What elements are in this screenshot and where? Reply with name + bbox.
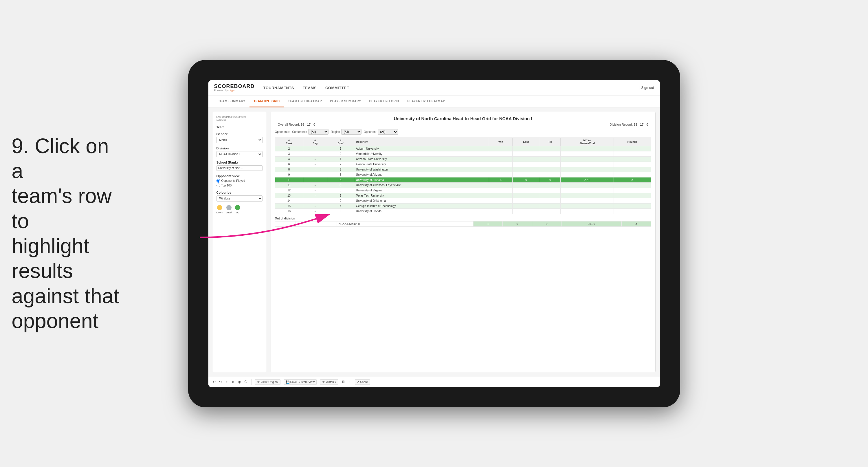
cell-win [489,162,513,167]
table-row[interactable]: 15-4Georgia Institute of Technology [275,203,651,208]
cell-loss: 0 [513,177,540,182]
division-select[interactable]: NCAA Division I [216,151,262,157]
record-icon[interactable]: ◉ [238,380,241,384]
radio-opponents-label: Opponents Played [221,179,245,182]
conf-select[interactable]: (All) [308,129,329,135]
cell-rank: 8 [275,167,303,172]
logo-text: SCOREBOARD [214,84,255,89]
radio-opponents-input[interactable] [216,179,220,183]
cell-win: 3 [489,177,513,182]
cell-rounds [614,151,651,156]
table-row[interactable]: 6-2Florida State University [275,162,651,167]
table-row[interactable]: 16-3University of Florida [275,208,651,214]
tab-player-h2h-grid[interactable]: PLAYER H2H GRID [365,96,403,108]
conference-filter: Conference (All) [292,129,329,135]
tab-player-summary[interactable]: PLAYER SUMMARY [326,96,365,108]
nav-tournaments[interactable]: TOURNAMENTS [264,85,294,91]
cell-tie: 0 [540,177,561,182]
logo-area: SCOREBOARD Powered by clippi [214,84,255,92]
col-conf: #Conf [327,138,354,146]
nav-committee[interactable]: COMMITTEE [325,85,349,91]
radio-top100[interactable]: Top 100 [216,183,262,187]
radio-opponents-played[interactable]: Opponents Played [216,179,262,183]
table-row[interactable]: 11-6University of Arkansas, Fayetteville [275,182,651,187]
col-rounds: Rounds [614,138,651,146]
toolbar-icon-2[interactable]: 🖥 [342,380,345,384]
cell-conf: 6 [327,182,354,187]
table-row[interactable]: 4-1Arizona State University [275,156,651,162]
region-select[interactable]: (All) [341,129,362,135]
annotation-line2: team's row to [11,184,112,232]
cell-tie [540,146,561,151]
tab-team-h2h-grid[interactable]: TEAM H2H GRID [249,96,284,108]
back-icon[interactable]: ↩ [225,380,228,384]
cell-rounds: 3 [621,221,651,226]
tab-team-summary[interactable]: TEAM SUMMARY [214,96,249,108]
record-row: Overall Record: 89 - 17 - 0 Division Rec… [275,123,651,126]
timer-icon[interactable]: ⏱ [244,380,248,384]
school-input[interactable] [216,165,262,171]
last-updated: Last Updated: 27/03/2024 16:55:38 [216,116,262,121]
col-opponent: Opponent [354,138,489,146]
cell-diff [561,151,614,156]
table-row[interactable]: 8-2University of Washington [275,167,651,172]
opponent-filter: Opponent (All) [364,129,398,135]
bottom-toolbar: ↩ ↪ ↩ ⧉ ◉ ⏱ 👁 View: Original 💾 Save Cust… [208,377,660,387]
save-custom-view-btn[interactable]: 💾 Save Custom View [284,379,317,385]
annotation-line3: highlight results [11,235,89,283]
cell-conf: 3 [327,187,354,193]
sign-out-link[interactable]: Sign out [641,86,654,90]
cell-tie [540,193,561,198]
cell-rounds [614,167,651,172]
cell-diff [561,182,614,187]
cell-loss [513,151,540,156]
opp-select[interactable]: (All) [378,129,398,135]
nav-teams[interactable]: TEAMS [303,85,317,91]
tab-team-h2h-heatmap[interactable]: TEAM H2H HEATMAP [284,96,326,108]
out-division-row[interactable]: NCAA Division II10026.003 [275,221,651,226]
filter-row: Opponents: Conference (All) Region (All) [275,129,651,135]
school-section: School (Rank) [216,161,262,171]
opponent-view-section: Opponent View Opponents Played Top 100 [216,174,262,187]
toolbar-icon-3[interactable]: ⊞ [348,380,351,384]
col-win: Win [489,138,513,146]
cell-reg: - [303,208,327,214]
table-row[interactable]: 13-1Texas Tech University [275,193,651,198]
watch-btn[interactable]: 👁 Watch ▾ [320,379,338,385]
gender-select[interactable]: Men's Women's [216,137,262,143]
gender-section: Gender Men's Women's [216,132,262,143]
copy-icon[interactable]: ⧉ [232,380,235,384]
cell-loss [513,198,540,203]
radio-top100-input[interactable] [216,183,220,187]
cell-conf: 1 [327,193,354,198]
colour-by-select[interactable]: Win/loss [216,196,262,202]
table-row[interactable]: 12-3University of Virginia [275,187,651,193]
overall-record: Overall Record: 89 - 17 - 0 [278,123,315,126]
cell-tie [540,151,561,156]
view-original-btn[interactable]: 👁 View: Original [255,379,280,385]
annotation-area: 9. Click on a team's row to highlight re… [11,134,122,333]
cell-opponent: University of Oklahoma [354,198,489,203]
cell-opponent: University of Virginia [354,187,489,193]
cell-tie [540,162,561,167]
cell-loss [513,172,540,177]
share-btn[interactable]: ↗ Share [355,379,370,385]
table-row[interactable]: 14-2University of Oklahoma [275,198,651,203]
col-rank: #Rank [275,138,303,146]
table-scroll[interactable]: #Rank #Reg #Conf Opponent Win Loss Tie D… [275,138,651,368]
redo-icon[interactable]: ↪ [219,380,222,384]
table-row[interactable]: 3-2Vanderbilt University [275,151,651,156]
overall-record-value: 89 - 17 - 0 [301,123,315,126]
cell-reg: - [303,203,327,208]
tab-player-h2h-heatmap[interactable]: PLAYER H2H HEATMAP [403,96,449,108]
table-row[interactable]: 9-3University of Arizona [275,172,651,177]
undo-icon[interactable]: ↩ [213,380,216,384]
cell-win [489,203,513,208]
table-row[interactable]: 11-5University of Alabama3002.618 [275,177,651,182]
cell-tie [540,187,561,193]
table-row[interactable]: 2-1Auburn University [275,146,651,151]
cell-win [489,187,513,193]
cell-win [489,198,513,203]
radio-top100-label: Top 100 [221,184,232,187]
cell-rounds: 8 [614,177,651,182]
